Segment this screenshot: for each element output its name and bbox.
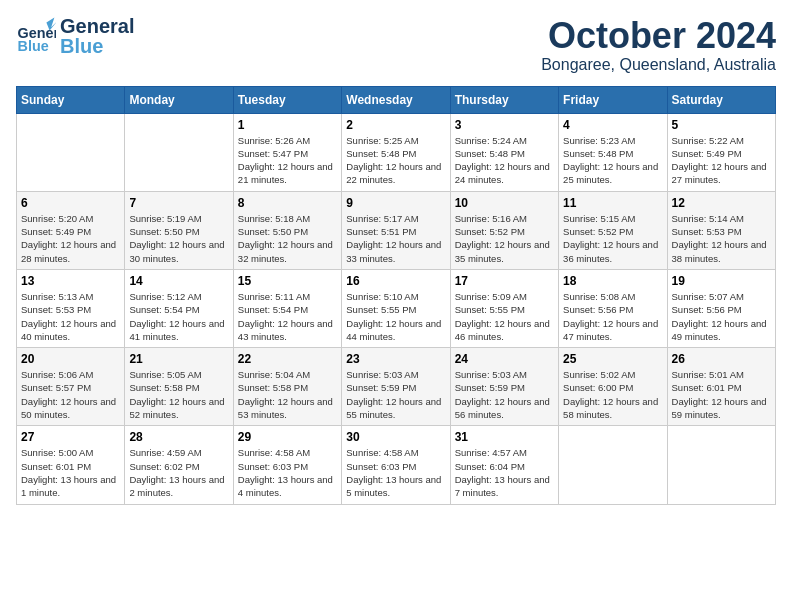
calendar-day-header: Monday [125,86,233,113]
calendar-day-header: Friday [559,86,667,113]
day-number: 15 [238,274,337,288]
day-detail: Sunrise: 5:26 AM Sunset: 5:47 PM Dayligh… [238,134,337,187]
calendar-cell: 27Sunrise: 5:00 AM Sunset: 6:01 PM Dayli… [17,426,125,504]
day-detail: Sunrise: 5:18 AM Sunset: 5:50 PM Dayligh… [238,212,337,265]
day-number: 2 [346,118,445,132]
day-detail: Sunrise: 5:23 AM Sunset: 5:48 PM Dayligh… [563,134,662,187]
day-detail: Sunrise: 5:10 AM Sunset: 5:55 PM Dayligh… [346,290,445,343]
day-detail: Sunrise: 5:02 AM Sunset: 6:00 PM Dayligh… [563,368,662,421]
calendar-cell: 2Sunrise: 5:25 AM Sunset: 5:48 PM Daylig… [342,113,450,191]
day-number: 29 [238,430,337,444]
day-detail: Sunrise: 5:11 AM Sunset: 5:54 PM Dayligh… [238,290,337,343]
day-detail: Sunrise: 4:58 AM Sunset: 6:03 PM Dayligh… [238,446,337,499]
calendar-day-header: Sunday [17,86,125,113]
day-number: 9 [346,196,445,210]
day-detail: Sunrise: 5:25 AM Sunset: 5:48 PM Dayligh… [346,134,445,187]
calendar-cell: 21Sunrise: 5:05 AM Sunset: 5:58 PM Dayli… [125,348,233,426]
day-detail: Sunrise: 5:03 AM Sunset: 5:59 PM Dayligh… [455,368,554,421]
day-detail: Sunrise: 5:04 AM Sunset: 5:58 PM Dayligh… [238,368,337,421]
calendar-header-row: SundayMondayTuesdayWednesdayThursdayFrid… [17,86,776,113]
logo-blue: Blue [60,36,134,56]
day-number: 6 [21,196,120,210]
day-detail: Sunrise: 5:22 AM Sunset: 5:49 PM Dayligh… [672,134,771,187]
logo-icon: General Blue [16,16,56,56]
day-number: 25 [563,352,662,366]
day-number: 23 [346,352,445,366]
calendar-cell: 8Sunrise: 5:18 AM Sunset: 5:50 PM Daylig… [233,191,341,269]
calendar-day-header: Wednesday [342,86,450,113]
calendar-cell [17,113,125,191]
calendar-cell: 12Sunrise: 5:14 AM Sunset: 5:53 PM Dayli… [667,191,775,269]
calendar-day-header: Tuesday [233,86,341,113]
day-detail: Sunrise: 5:08 AM Sunset: 5:56 PM Dayligh… [563,290,662,343]
day-detail: Sunrise: 5:24 AM Sunset: 5:48 PM Dayligh… [455,134,554,187]
day-number: 3 [455,118,554,132]
day-detail: Sunrise: 5:01 AM Sunset: 6:01 PM Dayligh… [672,368,771,421]
day-number: 27 [21,430,120,444]
page-header: General Blue General Blue October 2024 B… [16,16,776,74]
calendar-cell: 15Sunrise: 5:11 AM Sunset: 5:54 PM Dayli… [233,269,341,347]
day-number: 28 [129,430,228,444]
day-number: 17 [455,274,554,288]
day-detail: Sunrise: 5:05 AM Sunset: 5:58 PM Dayligh… [129,368,228,421]
calendar-cell: 24Sunrise: 5:03 AM Sunset: 5:59 PM Dayli… [450,348,558,426]
calendar-cell: 11Sunrise: 5:15 AM Sunset: 5:52 PM Dayli… [559,191,667,269]
calendar-cell [125,113,233,191]
calendar-cell: 25Sunrise: 5:02 AM Sunset: 6:00 PM Dayli… [559,348,667,426]
calendar-cell: 26Sunrise: 5:01 AM Sunset: 6:01 PM Dayli… [667,348,775,426]
calendar-cell: 29Sunrise: 4:58 AM Sunset: 6:03 PM Dayli… [233,426,341,504]
calendar-cell: 1Sunrise: 5:26 AM Sunset: 5:47 PM Daylig… [233,113,341,191]
day-detail: Sunrise: 5:20 AM Sunset: 5:49 PM Dayligh… [21,212,120,265]
day-number: 18 [563,274,662,288]
logo-text: General Blue [60,16,134,56]
day-number: 16 [346,274,445,288]
day-number: 31 [455,430,554,444]
calendar-cell: 22Sunrise: 5:04 AM Sunset: 5:58 PM Dayli… [233,348,341,426]
day-number: 26 [672,352,771,366]
calendar-week-row: 20Sunrise: 5:06 AM Sunset: 5:57 PM Dayli… [17,348,776,426]
calendar-cell: 17Sunrise: 5:09 AM Sunset: 5:55 PM Dayli… [450,269,558,347]
calendar-day-header: Saturday [667,86,775,113]
calendar-cell: 19Sunrise: 5:07 AM Sunset: 5:56 PM Dayli… [667,269,775,347]
calendar-cell: 7Sunrise: 5:19 AM Sunset: 5:50 PM Daylig… [125,191,233,269]
location-title: Bongaree, Queensland, Australia [541,56,776,74]
calendar-cell: 9Sunrise: 5:17 AM Sunset: 5:51 PM Daylig… [342,191,450,269]
day-detail: Sunrise: 5:15 AM Sunset: 5:52 PM Dayligh… [563,212,662,265]
month-title: October 2024 [541,16,776,56]
calendar-cell: 3Sunrise: 5:24 AM Sunset: 5:48 PM Daylig… [450,113,558,191]
day-detail: Sunrise: 5:16 AM Sunset: 5:52 PM Dayligh… [455,212,554,265]
day-detail: Sunrise: 5:17 AM Sunset: 5:51 PM Dayligh… [346,212,445,265]
day-detail: Sunrise: 4:58 AM Sunset: 6:03 PM Dayligh… [346,446,445,499]
calendar-cell: 10Sunrise: 5:16 AM Sunset: 5:52 PM Dayli… [450,191,558,269]
day-detail: Sunrise: 5:03 AM Sunset: 5:59 PM Dayligh… [346,368,445,421]
day-detail: Sunrise: 5:12 AM Sunset: 5:54 PM Dayligh… [129,290,228,343]
calendar-cell [667,426,775,504]
calendar-cell: 5Sunrise: 5:22 AM Sunset: 5:49 PM Daylig… [667,113,775,191]
calendar-week-row: 13Sunrise: 5:13 AM Sunset: 5:53 PM Dayli… [17,269,776,347]
day-detail: Sunrise: 5:09 AM Sunset: 5:55 PM Dayligh… [455,290,554,343]
day-detail: Sunrise: 4:59 AM Sunset: 6:02 PM Dayligh… [129,446,228,499]
calendar-cell: 28Sunrise: 4:59 AM Sunset: 6:02 PM Dayli… [125,426,233,504]
day-number: 21 [129,352,228,366]
svg-text:Blue: Blue [18,38,49,54]
day-detail: Sunrise: 5:06 AM Sunset: 5:57 PM Dayligh… [21,368,120,421]
day-number: 8 [238,196,337,210]
calendar-cell: 4Sunrise: 5:23 AM Sunset: 5:48 PM Daylig… [559,113,667,191]
day-number: 20 [21,352,120,366]
day-number: 13 [21,274,120,288]
calendar-cell: 18Sunrise: 5:08 AM Sunset: 5:56 PM Dayli… [559,269,667,347]
calendar-cell: 23Sunrise: 5:03 AM Sunset: 5:59 PM Dayli… [342,348,450,426]
day-number: 4 [563,118,662,132]
day-detail: Sunrise: 5:07 AM Sunset: 5:56 PM Dayligh… [672,290,771,343]
calendar-cell: 31Sunrise: 4:57 AM Sunset: 6:04 PM Dayli… [450,426,558,504]
day-detail: Sunrise: 5:19 AM Sunset: 5:50 PM Dayligh… [129,212,228,265]
calendar-table: SundayMondayTuesdayWednesdayThursdayFrid… [16,86,776,505]
day-detail: Sunrise: 4:57 AM Sunset: 6:04 PM Dayligh… [455,446,554,499]
logo: General Blue General Blue [16,16,134,56]
title-section: October 2024 Bongaree, Queensland, Austr… [541,16,776,74]
calendar-cell: 30Sunrise: 4:58 AM Sunset: 6:03 PM Dayli… [342,426,450,504]
day-number: 14 [129,274,228,288]
calendar-cell: 6Sunrise: 5:20 AM Sunset: 5:49 PM Daylig… [17,191,125,269]
day-number: 12 [672,196,771,210]
day-number: 30 [346,430,445,444]
